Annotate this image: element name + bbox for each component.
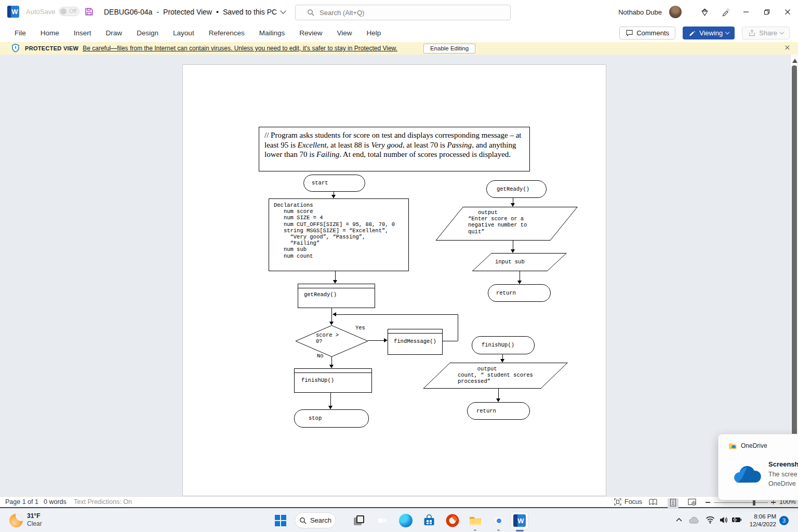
page-indicator[interactable]: Page 1 of 1 [5,498,38,506]
zoom-out-button[interactable] [706,502,710,503]
flowchart-stop-terminal: stop [294,409,369,428]
document-name: DEBUG06-04a [104,8,152,16]
arrowhead [329,322,334,325]
battery-icon[interactable] [732,516,742,525]
search-icon [307,9,314,16]
decision-label: score > 0? [316,332,339,344]
tab-layout[interactable]: Layout [166,24,202,42]
editor-pen-icon[interactable] [715,0,736,24]
document-page[interactable]: // Program asks students for score on te… [182,64,606,496]
restore-button[interactable] [756,0,777,24]
document-area: // Program asks students for score on te… [0,55,798,496]
office-icon[interactable] [446,514,459,527]
notification-badge[interactable]: 3 [779,516,789,525]
clock[interactable]: 8:06 PM 12/4/2022 [750,513,776,528]
tab-file[interactable]: File [7,24,33,42]
saved-location: Saved to this PC [223,8,277,16]
flowchart-getready-terminal: getReady() [486,180,547,198]
connector-line [498,389,499,398]
focus-label: Focus [624,498,642,506]
print-layout-button[interactable] [668,498,679,509]
word-app-icon[interactable]: W [7,6,19,18]
word-count[interactable]: 0 words [44,498,66,506]
autosave-toggle[interactable]: AutoSave Off [26,7,79,16]
banner-message-link[interactable]: Be careful—files from the Internet can c… [83,45,397,52]
close-button[interactable] [777,0,798,24]
arrowhead [329,365,334,368]
tab-draw[interactable]: Draw [99,24,130,42]
edge-browser-icon[interactable] [399,514,413,527]
share-label: Share [759,29,777,37]
task-view-button[interactable] [352,514,366,527]
word-letter: W [517,517,524,525]
web-layout-button[interactable] [688,498,696,508]
scroll-up-icon[interactable] [792,59,797,63]
popup-app-name: OneDrive [741,442,767,449]
text-predictions[interactable]: Text Predictions: On [74,498,132,506]
viewing-mode-button[interactable]: Viewing [683,26,735,39]
vertical-scrollbar[interactable] [790,55,798,496]
connector-line [331,308,332,322]
search-icon [299,517,307,524]
tab-help[interactable]: Help [360,24,389,42]
onedrive-tray-icon[interactable] [688,516,699,526]
status-bar: Page 1 of 1 0 words Text Predictions: On… [0,496,798,508]
autosave-switch[interactable]: Off [59,7,79,16]
enable-editing-button[interactable]: Enable Editing [423,44,475,54]
banner-close-icon[interactable] [784,44,791,52]
document-title[interactable]: DEBUG06-04a - Protected View • Saved to … [104,0,285,24]
minimize-button[interactable] [736,0,756,24]
weather-temp: 31°F [27,512,42,520]
flowchart-getready-call: getReady() [298,284,375,308]
user-name[interactable]: Nothabo Dube [618,8,662,16]
share-button[interactable]: Share [742,26,790,39]
file-explorer-icon[interactable] [469,514,482,527]
input-sub-label: input sub [495,259,525,265]
avatar[interactable] [669,6,682,18]
onedrive-notification[interactable]: OneDrive Screensho The scree OneDrive [718,434,798,500]
read-mode-button[interactable] [648,498,658,508]
tab-view[interactable]: View [329,24,359,42]
title-dot: • [216,8,219,16]
tab-home[interactable]: Home [33,24,66,42]
volume-icon[interactable] [719,516,728,526]
popup-body-line: The scree [768,471,797,478]
connector-line [368,340,384,341]
weather-desc: Clear [27,520,42,528]
start-button[interactable] [274,514,287,527]
taskbar-search[interactable]: Search [295,512,336,528]
focus-mode-button[interactable]: Focus [614,498,642,506]
connector-line [513,241,513,249]
tab-mailings[interactable]: Mailings [252,24,292,42]
search-input[interactable] [320,9,491,17]
weather-moon-icon[interactable] [9,514,23,527]
save-icon[interactable] [85,7,94,18]
comments-button[interactable]: Comments [619,26,675,39]
tray-chevron-icon[interactable] [675,517,683,525]
flowchart-finishup-terminal: finishUp() [472,336,535,354]
tab-insert[interactable]: Insert [66,24,99,42]
flowchart-return-terminal-1: return [488,284,551,302]
connector-line [513,198,513,203]
wifi-icon[interactable] [706,516,715,525]
tab-review[interactable]: Review [292,24,329,42]
tab-design[interactable]: Design [129,24,166,42]
active-app-indicator [516,530,524,531]
connector-line [502,354,503,359]
arrowhead [496,398,500,402]
tray-time: 8:06 PM [750,513,776,521]
word-taskbar-icon[interactable]: W [513,514,526,527]
comments-label: Comments [636,29,669,37]
running-indicator [497,529,500,531]
arrowhead [500,359,504,363]
output-prompt-label: output “Enter score or a negative number… [468,209,527,235]
search-bar[interactable] [295,5,511,20]
zoom-slider-track[interactable] [714,502,768,503]
weather-widget[interactable]: 31°F Clear [27,512,42,528]
zoom-in-button-bar [773,500,774,504]
tab-references[interactable]: References [202,24,252,42]
arrowhead [328,406,332,409]
microsoft-store-icon[interactable] [422,514,436,527]
scrollbar-thumb[interactable] [792,65,797,494]
premium-diamond-icon[interactable] [694,0,715,24]
